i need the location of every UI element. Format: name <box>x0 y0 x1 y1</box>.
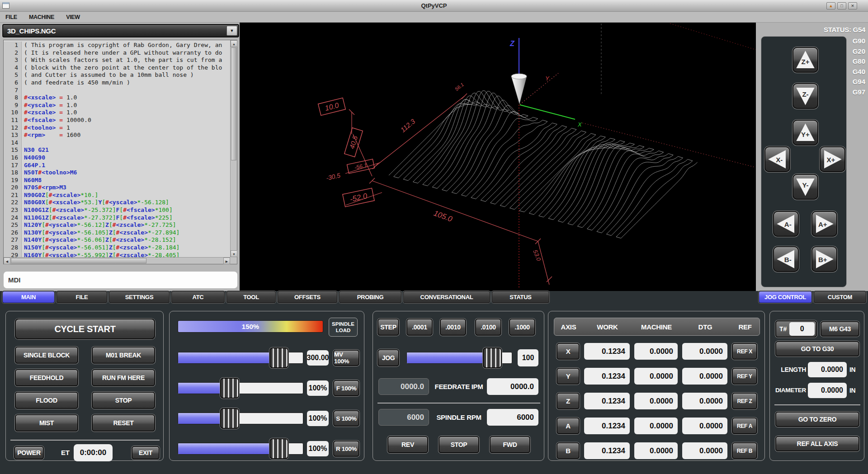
mist-button[interactable]: MIST <box>15 414 78 432</box>
stop-button[interactable]: STOP <box>92 392 155 409</box>
close-icon[interactable]: ✕ <box>848 2 857 9</box>
run-fm-here-button[interactable]: RUN FM HERE <box>92 369 155 386</box>
increment-1000-button[interactable]: .1000 <box>509 319 535 336</box>
tab-jog-control[interactable]: JOG CONTROL <box>759 291 812 303</box>
tab-main[interactable]: MAIN <box>2 291 55 303</box>
ref-b-button[interactable]: REF B <box>732 442 757 459</box>
axis-x-button[interactable]: X <box>557 343 580 360</box>
jog-bplus-button[interactable]: B+ <box>811 246 837 272</box>
jog-speed-value[interactable]: 100 <box>518 349 538 366</box>
scroll-up-icon[interactable]: ▲ <box>231 40 237 47</box>
rapid-override-slider-handle[interactable] <box>269 438 288 459</box>
backplot-3d-viewport[interactable]: 10.040.5-56.1-30.5-52.0112.356.1105.053.… <box>240 23 756 291</box>
feed-override-slider-handle[interactable] <box>220 378 239 399</box>
goto-zero-button[interactable]: GO TO ZERO <box>775 412 859 427</box>
jog-mode-button[interactable]: JOG <box>377 349 399 366</box>
tab-custom[interactable]: CUSTOM <box>814 291 866 303</box>
spindle-fwd-button[interactable]: FWD <box>490 436 530 453</box>
scroll-down-icon[interactable]: ▼ <box>231 250 237 257</box>
increment-0010-button[interactable]: .0010 <box>440 319 466 336</box>
m01-break-button[interactable]: M01 BREAK <box>92 347 155 364</box>
tool-number-value[interactable]: 0 <box>789 322 815 336</box>
cycle-start-button[interactable]: CYCLE START <box>15 319 155 339</box>
spindle-stop-button[interactable]: STOP <box>439 436 479 453</box>
axis-z-button[interactable]: Z <box>557 393 580 409</box>
jog-zminus-button[interactable]: Z- <box>793 83 818 109</box>
jog-yminus-button[interactable]: Y- <box>793 174 818 200</box>
reset-button[interactable]: RESET <box>92 414 155 432</box>
chevron-down-icon[interactable]: ▼ <box>226 26 237 36</box>
editor-vertical-scrollbar[interactable]: ▲ ▼ <box>230 40 237 257</box>
loaded-file-combo[interactable]: 3D_CHIPS.NGC ▼ <box>2 24 239 38</box>
tool-diameter-value[interactable]: 0.0000 <box>808 383 847 398</box>
ref-y-button[interactable]: REF Y <box>732 368 757 385</box>
feedhold-button[interactable]: FEEDHOLD <box>15 369 78 386</box>
a-machine-position: 0.0000 <box>634 418 678 434</box>
max-velocity-reset-button[interactable]: MV 100% <box>333 350 359 366</box>
step-mode-button[interactable]: STEP <box>377 319 399 336</box>
spindle-override-slider-handle[interactable] <box>220 408 239 429</box>
editor-horizontal-scrollbar[interactable]: ◀ ▶ <box>4 257 230 264</box>
exit-button[interactable]: EXIT <box>132 446 160 460</box>
flood-button[interactable]: FLOOD <box>15 392 78 409</box>
axis-a-button[interactable]: A <box>557 418 580 434</box>
max-velocity-slider-handle[interactable] <box>269 347 288 368</box>
tab-file[interactable]: FILE <box>57 291 107 303</box>
ref-a-button[interactable]: REF A <box>732 418 757 434</box>
single-block-button[interactable]: SINGLE BLOCK <box>15 347 78 364</box>
vertical-scroll-thumb[interactable] <box>231 47 236 160</box>
jog-aminus-button[interactable]: A- <box>773 211 799 237</box>
z-work-position: 0.1234 <box>584 393 630 409</box>
jog-speed-slider-handle[interactable] <box>483 347 502 368</box>
tab-settings[interactable]: SETTINGS <box>109 291 170 303</box>
raise-window-icon[interactable]: ▲ <box>826 2 835 9</box>
jog-xplus-button[interactable]: X+ <box>820 146 845 172</box>
tab-tool[interactable]: TOOL <box>226 291 276 303</box>
spindle-override-slider[interactable] <box>178 413 303 424</box>
gcode-line: 5( and Cutter is assumed to be a 10mm ba… <box>4 71 230 79</box>
tool-length-value[interactable]: 0.0000 <box>808 362 847 377</box>
jog-speed-panel: STEP .0001.0010.0100.1000 JOG 100 0000.0… <box>373 311 544 461</box>
jog-xminus-button[interactable]: X- <box>764 146 790 172</box>
jog-aplus-button[interactable]: A+ <box>811 211 837 237</box>
ref-all-axis-button[interactable]: REF ALL AXIS <box>775 436 859 451</box>
menu-item-machine[interactable]: MACHINE <box>29 14 54 20</box>
jog-bminus-button[interactable]: B- <box>773 246 799 272</box>
rapid-override-reset-button[interactable]: R 100% <box>333 441 359 457</box>
power-button[interactable]: POWER <box>14 446 44 460</box>
scroll-left-icon[interactable]: ◀ <box>4 258 10 264</box>
y-work-position: 0.1234 <box>584 368 630 385</box>
m6-g43-button[interactable]: M6 G43 <box>821 321 859 337</box>
spindle-rpm-setting[interactable]: 6000 <box>487 409 538 426</box>
spindle-rev-button[interactable]: REV <box>387 436 428 453</box>
jog-yplus-button[interactable]: Y+ <box>793 120 818 145</box>
spindle-override-reset-button[interactable]: S 100% <box>333 410 359 427</box>
menu-item-file[interactable]: FILE <box>5 14 17 20</box>
menu-item-view[interactable]: VIEW <box>66 14 80 20</box>
axis-y-button[interactable]: Y <box>557 368 580 385</box>
tab-probing[interactable]: PROBING <box>339 291 401 303</box>
gcode-editor[interactable]: 1( This program is copyright of Rab Gord… <box>3 40 237 264</box>
feed-override-slider[interactable] <box>178 382 303 394</box>
line-number: 13 <box>4 131 22 139</box>
goto-g30-button[interactable]: GO TO G30 <box>775 341 859 357</box>
mdi-input[interactable] <box>4 272 237 288</box>
jog-zplus-button[interactable]: Z+ <box>793 47 818 73</box>
feed-override-reset-button[interactable]: F 100% <box>333 380 359 396</box>
tab-status[interactable]: STATUS <box>492 291 549 303</box>
line-number: 29 <box>4 252 22 257</box>
maximize-icon[interactable]: □ <box>837 2 846 9</box>
horizontal-scroll-thumb[interactable] <box>11 258 146 263</box>
ref-z-button[interactable]: REF Z <box>732 393 757 409</box>
feedrate-setting[interactable]: 0000.0 <box>487 378 538 395</box>
feedrate-label: FEEDRATE IPM <box>434 383 484 390</box>
axis-b-button[interactable]: B <box>557 442 580 459</box>
tab-conversational[interactable]: CONVERSATIONAL <box>403 291 490 303</box>
gcode-workspace: 3D_CHIPS.NGC ▼ 1( This program is copyri… <box>0 23 240 291</box>
increment-0100-button[interactable]: .0100 <box>475 319 501 336</box>
scroll-right-icon[interactable]: ▶ <box>223 258 230 264</box>
increment-0001-button[interactable]: .0001 <box>406 319 433 336</box>
tab-offsets[interactable]: OFFSETS <box>278 291 337 303</box>
tab-atc[interactable]: ATC <box>171 291 225 303</box>
ref-x-button[interactable]: REF X <box>732 343 757 360</box>
